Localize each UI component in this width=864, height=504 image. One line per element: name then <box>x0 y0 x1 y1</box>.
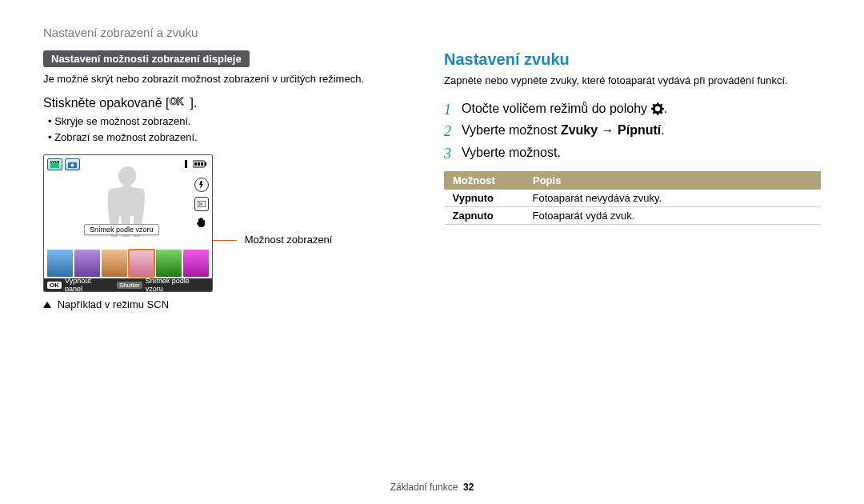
desc-cell: Fotoaparát nevydává zvuky. <box>525 189 821 206</box>
clapper-icon <box>47 158 62 170</box>
svg-rect-7 <box>194 162 197 166</box>
ok-icon: OK <box>169 96 190 107</box>
options-table: Možnost Popis Vypnuto Fotoaparát nevydáv… <box>444 171 821 225</box>
thumb <box>183 250 209 277</box>
step2-bold1: Zvuky <box>561 123 598 137</box>
status-top-right <box>184 160 207 168</box>
svg-rect-6 <box>205 162 206 166</box>
lcd-right-icons: M <box>194 178 209 229</box>
footer-page: 32 <box>463 482 474 493</box>
up-triangle-icon <box>43 302 51 308</box>
right-column: Nastavení zvuku Zapněte nebo vypněte zvu… <box>444 50 821 310</box>
press-suffix: ]. <box>190 96 197 110</box>
columns: Nastavení možnosti zobrazení displeje Je… <box>43 50 821 310</box>
lcd-wrap: M Snímek podle vzoru <box>43 154 420 292</box>
opt-cell: Zapnuto <box>445 206 525 224</box>
svg-rect-8 <box>198 162 200 166</box>
th-desc: Popis <box>525 171 821 189</box>
bullet-item: Zobrazí se možnost zobrazení. <box>48 130 420 146</box>
flash-off-icon <box>194 178 209 192</box>
annotation-text: Možnost zobrazení <box>245 234 333 246</box>
svg-rect-1 <box>50 163 59 168</box>
left-subheader: Nastavení možnosti zobrazení displeje <box>43 50 250 67</box>
footer: Základní funkce 32 <box>0 482 864 493</box>
thumb-selected <box>129 250 154 277</box>
step2-arrow: → <box>598 123 618 137</box>
size-icon: M <box>194 197 209 211</box>
lcd-bottom-bar: OK Vypnout panel Shutter Snímek podle vz… <box>44 278 212 291</box>
step2-prefix: Vyberte možnost <box>462 123 561 137</box>
step-3: Vyberte možnost. <box>444 142 821 163</box>
svg-rect-9 <box>201 162 203 166</box>
th-option: Možnost <box>445 171 525 189</box>
lcd-top-icons <box>47 158 80 170</box>
left-column: Nastavení možnosti zobrazení displeje Je… <box>43 50 420 310</box>
caption-prefix: Například v režimu <box>58 298 147 310</box>
lcd-caption: Například v režimu SCN <box>43 298 420 310</box>
memory-icon <box>184 160 188 168</box>
thumb <box>102 250 127 277</box>
right-intro: Zapněte nebo vypněte zvuky, které fotoap… <box>444 74 821 88</box>
bottom-right-label: Snímek podle vzoru <box>146 277 209 292</box>
thumb <box>74 250 100 277</box>
press-instruction: Stiskněte opakovaně [OK]. <box>43 96 420 110</box>
left-bullets: Skryje se možnost zobrazení. Zobrazí se … <box>48 114 420 145</box>
steps-list: Otočte voličem režimů do polohy . Vybert… <box>444 98 821 163</box>
annotation-line <box>213 240 237 241</box>
hand-icon <box>194 216 207 229</box>
caption-mode: SCN <box>147 298 169 310</box>
svg-point-3 <box>71 164 74 167</box>
table-row: Zapnuto Fotoaparát vydá zvuk. <box>445 206 821 224</box>
lcd-annotation: Možnost zobrazení <box>222 234 332 246</box>
thumb <box>156 250 182 277</box>
lcd-tooltip: Snímek podle vzoru <box>84 224 159 235</box>
svg-text:OK: OK <box>170 96 184 107</box>
step-2: Vyberte možnost Zvuky → Pípnutí. <box>444 119 821 141</box>
step1-prefix: Otočte voličem režimů do polohy <box>462 102 651 115</box>
opt-cell: Vypnuto <box>445 189 525 206</box>
step2-suffix: . <box>661 123 664 137</box>
press-prefix: Stiskněte opakovaně [ <box>43 96 169 110</box>
page: Nastavení zobrazení a zvuku Nastavení mo… <box>0 0 864 504</box>
step1-suffix: . <box>664 102 667 115</box>
table-header-row: Možnost Popis <box>445 171 821 189</box>
svg-rect-4 <box>185 160 187 168</box>
thumb <box>47 250 73 277</box>
bullet-item: Skryje se možnost zobrazení. <box>48 114 420 130</box>
ok-pill: OK <box>47 282 62 289</box>
step-1: Otočte voličem režimů do polohy . <box>444 98 821 119</box>
camera-mode-icon <box>65 158 80 170</box>
gear-icon <box>651 102 664 115</box>
table-row: Vypnuto Fotoaparát nevydává zvuky. <box>445 189 821 206</box>
step2-bold2: Pípnutí <box>618 123 661 137</box>
svg-point-12 <box>654 106 659 111</box>
lcd-filmstrip <box>47 250 209 277</box>
footer-section: Základní funkce <box>390 482 458 493</box>
shutter-pill: Shutter <box>117 282 142 289</box>
bottom-left-label: Vypnout panel <box>65 277 110 292</box>
svg-text:M: M <box>199 202 202 206</box>
desc-cell: Fotoaparát vydá zvuk. <box>525 206 821 224</box>
left-intro: Je možné skrýt nebo zobrazit možnost zob… <box>43 72 420 86</box>
page-header: Nastavení zobrazení a zvuku <box>43 26 821 39</box>
right-title: Nastavení zvuku <box>444 50 821 69</box>
battery-icon <box>193 160 207 168</box>
camera-lcd: M Snímek podle vzoru <box>43 154 213 292</box>
